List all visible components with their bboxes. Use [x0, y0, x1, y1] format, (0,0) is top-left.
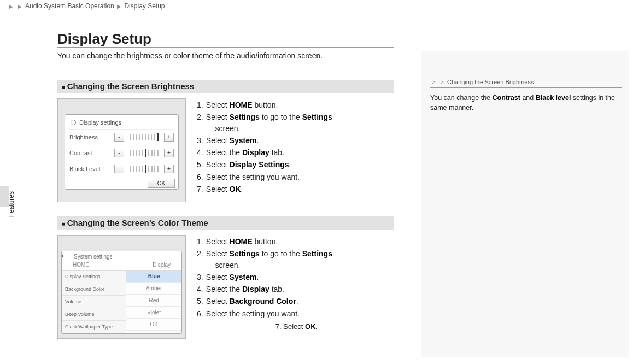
- option-ok[interactable]: OK: [126, 319, 181, 331]
- display-settings-panel: Display settings Brightness - + Contrast…: [65, 114, 179, 190]
- display-settings-screenshot: Display settings Brightness - + Contrast…: [57, 98, 186, 202]
- page-title: Display Setup: [57, 31, 151, 48]
- ok-button[interactable]: OK: [148, 179, 175, 188]
- step: 7. Select OK.: [197, 322, 396, 331]
- square-bullet-icon: ■: [62, 84, 65, 90]
- triangle-icon: ▶: [16, 4, 24, 9]
- breadcrumb: ▶ ▶ Audio System Basic Operation ▶ Displ…: [8, 2, 165, 10]
- section-heading-bar: ■ Changing the Screen Brightness: [57, 80, 394, 93]
- tab-home[interactable]: HOME: [73, 262, 89, 268]
- side-tab-label: Features: [8, 191, 15, 217]
- breadcrumb-part: Display Setup: [124, 2, 165, 10]
- step: 5.Select Background Color.: [197, 296, 396, 307]
- option-red[interactable]: Red: [126, 295, 181, 307]
- sidenote-body: You can change the Contrast and Black le…: [430, 93, 622, 113]
- list-item[interactable]: Clock/Wallpaper Type: [62, 321, 126, 333]
- chevron-icon: >: [439, 79, 445, 85]
- step: 4.Select the Display tab.: [197, 147, 396, 158]
- option-blue[interactable]: Blue: [126, 271, 181, 283]
- step: 1.Select HOME button.: [197, 99, 396, 110]
- panel-title: System settings: [74, 254, 113, 260]
- step: 1.Select HOME button.: [197, 236, 396, 247]
- minus-button[interactable]: -: [114, 165, 124, 173]
- section-heading: Changing the Screen Brightness: [67, 81, 195, 91]
- side-note-column: > > Changing the Screen Brightness You c…: [421, 51, 629, 357]
- step: 2.Select Settings to go to the Settingss…: [197, 248, 396, 271]
- square-bullet-icon: ■: [62, 221, 65, 227]
- slider-scale[interactable]: [127, 165, 161, 173]
- system-settings-screenshot: ‹ HOME System settings Display Display S…: [57, 235, 186, 339]
- back-icon[interactable]: ‹: [62, 251, 64, 260]
- section-heading-bar: ■ Changing the Screen’s Color Theme: [57, 216, 394, 230]
- section-content: Display settings Brightness - + Contrast…: [57, 98, 396, 202]
- slider-label: Black Level: [69, 166, 111, 172]
- ok-footer: OK: [68, 177, 175, 188]
- slider-label: Brightness: [69, 134, 111, 140]
- plus-button[interactable]: +: [164, 165, 174, 173]
- triangle-icon: ▶: [116, 3, 122, 9]
- settings-list: Display Settings Background Color Volume…: [62, 271, 126, 334]
- minus-button[interactable]: -: [114, 149, 124, 157]
- slider-scale[interactable]: [127, 133, 161, 141]
- step: 3.Select System.: [197, 272, 396, 283]
- plus-button[interactable]: +: [164, 133, 174, 142]
- slider-row-contrast: Contrast - +: [68, 145, 175, 161]
- sidenote-crumb-text: Changing the Screen Brightness: [447, 79, 534, 85]
- slider-row-brightness: Brightness - +: [68, 129, 175, 145]
- slider-row-blacklevel: Black Level - +: [68, 161, 175, 177]
- title-rule: [57, 47, 394, 48]
- step: 2.Select Settings to go to the Settingss…: [197, 111, 396, 134]
- sidenote-crumb: > > Changing the Screen Brightness: [430, 79, 622, 88]
- slider-label: Contrast: [69, 150, 111, 156]
- page: ▶ ▶ Audio System Basic Operation ▶ Displ…: [0, 0, 639, 364]
- option-amber[interactable]: Amber: [126, 283, 181, 295]
- system-settings-panel: ‹ HOME System settings Display Display S…: [61, 251, 182, 334]
- minus-button[interactable]: -: [114, 133, 124, 142]
- breadcrumb-part: Audio System Basic Operation: [25, 2, 114, 10]
- step: 6.Select the setting you want.: [197, 308, 396, 319]
- list-item[interactable]: Background Color: [62, 283, 126, 296]
- triangle-icon: ▶: [8, 4, 15, 9]
- color-options: Blue Amber Red Violet OK: [126, 271, 181, 334]
- panel-header: HOME System settings Display: [62, 260, 181, 271]
- list-item[interactable]: Display Settings: [62, 271, 126, 283]
- list-item[interactable]: Beep Volume: [62, 308, 126, 321]
- chevron-icon: >: [430, 79, 437, 85]
- step: 6.Select the setting you want.: [197, 172, 396, 183]
- plus-button[interactable]: +: [164, 149, 174, 157]
- steps-list: 1.Select HOME button. 2.Select Settings …: [197, 235, 396, 331]
- panel-header: Display settings: [68, 118, 175, 129]
- tab-display[interactable]: Display: [153, 262, 171, 268]
- option-violet[interactable]: Violet: [126, 307, 181, 319]
- list-item[interactable]: Volume: [62, 296, 126, 308]
- step: 5.Select Display Settings.: [197, 159, 396, 170]
- panel-body: Display Settings Background Color Volume…: [62, 271, 181, 334]
- intro-text: You can change the brightness or color t…: [57, 51, 323, 60]
- steps-list: 1.Select HOME button. 2.Select Settings …: [197, 98, 396, 196]
- step: 7.Select OK.: [197, 184, 396, 195]
- section-content: ‹ HOME System settings Display Display S…: [57, 235, 396, 339]
- section-heading: Changing the Screen’s Color Theme: [67, 218, 208, 227]
- step: 3.Select System.: [197, 135, 396, 146]
- step: 4.Select the Display tab.: [197, 284, 396, 295]
- slider-scale[interactable]: [127, 149, 161, 157]
- main-column: ■ Changing the Screen Brightness Display…: [57, 77, 396, 353]
